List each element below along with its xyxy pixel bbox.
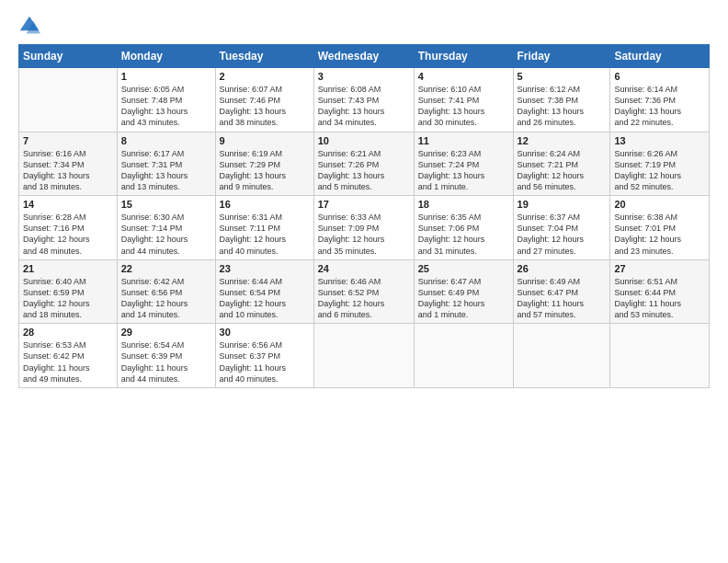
calendar-cell: 25Sunrise: 6:47 AM Sunset: 6:49 PM Dayli… xyxy=(414,259,513,324)
day-info: Sunrise: 6:08 AM Sunset: 7:43 PM Dayligh… xyxy=(318,84,410,129)
day-number: 5 xyxy=(518,71,607,82)
calendar-cell: 3Sunrise: 6:08 AM Sunset: 7:43 PM Daylig… xyxy=(313,68,414,132)
weekday-header-row: SundayMondayTuesdayWednesdayThursdayFrid… xyxy=(19,45,710,68)
calendar-cell xyxy=(414,324,513,388)
day-info: Sunrise: 6:30 AM Sunset: 7:14 PM Dayligh… xyxy=(121,212,211,257)
calendar-cell xyxy=(313,324,414,388)
day-number: 10 xyxy=(318,135,410,146)
day-info: Sunrise: 6:46 AM Sunset: 6:52 PM Dayligh… xyxy=(318,276,410,321)
day-info: Sunrise: 6:17 AM Sunset: 7:31 PM Dayligh… xyxy=(121,148,211,193)
day-number: 19 xyxy=(518,199,607,210)
calendar-cell: 11Sunrise: 6:23 AM Sunset: 7:24 PM Dayli… xyxy=(414,132,513,196)
calendar-cell: 21Sunrise: 6:40 AM Sunset: 6:59 PM Dayli… xyxy=(19,259,118,324)
calendar-week-row: 14Sunrise: 6:28 AM Sunset: 7:16 PM Dayli… xyxy=(19,196,710,260)
day-info: Sunrise: 6:07 AM Sunset: 7:46 PM Dayligh… xyxy=(220,84,310,129)
day-number: 16 xyxy=(220,199,310,210)
day-number: 15 xyxy=(121,199,211,210)
calendar-cell: 19Sunrise: 6:37 AM Sunset: 7:04 PM Dayli… xyxy=(513,196,610,260)
day-number: 14 xyxy=(23,199,113,210)
day-number: 9 xyxy=(220,135,310,146)
day-info: Sunrise: 6:51 AM Sunset: 6:44 PM Dayligh… xyxy=(614,276,705,321)
day-info: Sunrise: 6:28 AM Sunset: 7:16 PM Dayligh… xyxy=(23,212,113,257)
day-number: 22 xyxy=(121,263,211,274)
day-number: 8 xyxy=(121,135,211,146)
day-number: 7 xyxy=(23,135,113,146)
weekday-header: Sunday xyxy=(19,45,118,68)
calendar-cell: 30Sunrise: 6:56 AM Sunset: 6:37 PM Dayli… xyxy=(215,324,313,388)
calendar-cell: 20Sunrise: 6:38 AM Sunset: 7:01 PM Dayli… xyxy=(610,196,710,260)
day-number: 29 xyxy=(121,327,211,338)
day-info: Sunrise: 6:21 AM Sunset: 7:26 PM Dayligh… xyxy=(318,148,410,193)
day-number: 21 xyxy=(23,263,113,274)
day-info: Sunrise: 6:05 AM Sunset: 7:48 PM Dayligh… xyxy=(121,84,211,129)
day-number: 28 xyxy=(23,327,113,338)
day-number: 13 xyxy=(614,135,705,146)
calendar-cell: 10Sunrise: 6:21 AM Sunset: 7:26 PM Dayli… xyxy=(313,132,414,196)
calendar-cell: 16Sunrise: 6:31 AM Sunset: 7:11 PM Dayli… xyxy=(215,196,313,260)
day-info: Sunrise: 6:10 AM Sunset: 7:41 PM Dayligh… xyxy=(418,84,509,129)
weekday-header: Wednesday xyxy=(313,45,414,68)
weekday-header: Friday xyxy=(513,45,610,68)
calendar-cell: 23Sunrise: 6:44 AM Sunset: 6:54 PM Dayli… xyxy=(215,259,313,324)
day-number: 12 xyxy=(518,135,607,146)
calendar-cell xyxy=(610,324,710,388)
calendar-cell: 26Sunrise: 6:49 AM Sunset: 6:47 PM Dayli… xyxy=(513,259,610,324)
calendar-cell: 15Sunrise: 6:30 AM Sunset: 7:14 PM Dayli… xyxy=(117,196,215,260)
calendar-cell: 13Sunrise: 6:26 AM Sunset: 7:19 PM Dayli… xyxy=(610,132,710,196)
day-info: Sunrise: 6:42 AM Sunset: 6:56 PM Dayligh… xyxy=(121,276,211,321)
calendar-cell: 8Sunrise: 6:17 AM Sunset: 7:31 PM Daylig… xyxy=(117,132,215,196)
calendar-cell: 18Sunrise: 6:35 AM Sunset: 7:06 PM Dayli… xyxy=(414,196,513,260)
day-info: Sunrise: 6:37 AM Sunset: 7:04 PM Dayligh… xyxy=(518,212,607,257)
calendar-cell: 6Sunrise: 6:14 AM Sunset: 7:36 PM Daylig… xyxy=(610,68,710,132)
calendar-cell: 7Sunrise: 6:16 AM Sunset: 7:34 PM Daylig… xyxy=(19,132,118,196)
calendar-cell: 14Sunrise: 6:28 AM Sunset: 7:16 PM Dayli… xyxy=(19,196,118,260)
calendar-cell: 29Sunrise: 6:54 AM Sunset: 6:39 PM Dayli… xyxy=(117,324,215,388)
day-number: 1 xyxy=(121,71,211,82)
day-info: Sunrise: 6:16 AM Sunset: 7:34 PM Dayligh… xyxy=(23,148,113,193)
day-info: Sunrise: 6:38 AM Sunset: 7:01 PM Dayligh… xyxy=(614,212,705,257)
day-number: 6 xyxy=(614,71,705,82)
calendar-cell: 12Sunrise: 6:24 AM Sunset: 7:21 PM Dayli… xyxy=(513,132,610,196)
day-number: 30 xyxy=(220,327,310,338)
page-header xyxy=(18,15,710,37)
calendar-cell: 27Sunrise: 6:51 AM Sunset: 6:44 PM Dayli… xyxy=(610,259,710,324)
day-number: 11 xyxy=(418,135,509,146)
day-info: Sunrise: 6:14 AM Sunset: 7:36 PM Dayligh… xyxy=(614,84,705,129)
day-number: 18 xyxy=(418,199,509,210)
calendar-cell xyxy=(19,68,118,132)
weekday-header: Tuesday xyxy=(215,45,313,68)
calendar-week-row: 1Sunrise: 6:05 AM Sunset: 7:48 PM Daylig… xyxy=(19,68,710,132)
calendar-cell xyxy=(513,324,610,388)
day-number: 20 xyxy=(614,199,705,210)
logo xyxy=(18,15,44,37)
day-number: 27 xyxy=(614,263,705,274)
calendar-table: SundayMondayTuesdayWednesdayThursdayFrid… xyxy=(18,44,710,388)
day-info: Sunrise: 6:19 AM Sunset: 7:29 PM Dayligh… xyxy=(220,148,310,193)
calendar-week-row: 21Sunrise: 6:40 AM Sunset: 6:59 PM Dayli… xyxy=(19,259,710,324)
day-info: Sunrise: 6:44 AM Sunset: 6:54 PM Dayligh… xyxy=(220,276,310,321)
day-number: 17 xyxy=(318,199,410,210)
day-number: 26 xyxy=(518,263,607,274)
calendar-cell: 4Sunrise: 6:10 AM Sunset: 7:41 PM Daylig… xyxy=(414,68,513,132)
calendar-cell: 24Sunrise: 6:46 AM Sunset: 6:52 PM Dayli… xyxy=(313,259,414,324)
calendar-cell: 17Sunrise: 6:33 AM Sunset: 7:09 PM Dayli… xyxy=(313,196,414,260)
day-info: Sunrise: 6:26 AM Sunset: 7:19 PM Dayligh… xyxy=(614,148,705,193)
day-number: 23 xyxy=(220,263,310,274)
calendar-cell: 5Sunrise: 6:12 AM Sunset: 7:38 PM Daylig… xyxy=(513,68,610,132)
day-number: 3 xyxy=(318,71,410,82)
logo-icon xyxy=(18,15,40,37)
calendar-week-row: 28Sunrise: 6:53 AM Sunset: 6:42 PM Dayli… xyxy=(19,324,710,388)
weekday-header: Thursday xyxy=(414,45,513,68)
day-info: Sunrise: 6:40 AM Sunset: 6:59 PM Dayligh… xyxy=(23,276,113,321)
day-info: Sunrise: 6:23 AM Sunset: 7:24 PM Dayligh… xyxy=(418,148,509,193)
day-info: Sunrise: 6:54 AM Sunset: 6:39 PM Dayligh… xyxy=(121,339,211,385)
day-info: Sunrise: 6:31 AM Sunset: 7:11 PM Dayligh… xyxy=(220,212,310,257)
day-info: Sunrise: 6:35 AM Sunset: 7:06 PM Dayligh… xyxy=(418,212,509,257)
calendar-week-row: 7Sunrise: 6:16 AM Sunset: 7:34 PM Daylig… xyxy=(19,132,710,196)
calendar-cell: 2Sunrise: 6:07 AM Sunset: 7:46 PM Daylig… xyxy=(215,68,313,132)
calendar-cell: 9Sunrise: 6:19 AM Sunset: 7:29 PM Daylig… xyxy=(215,132,313,196)
day-info: Sunrise: 6:56 AM Sunset: 6:37 PM Dayligh… xyxy=(220,339,310,385)
weekday-header: Monday xyxy=(117,45,215,68)
day-info: Sunrise: 6:49 AM Sunset: 6:47 PM Dayligh… xyxy=(518,276,607,321)
calendar-cell: 28Sunrise: 6:53 AM Sunset: 6:42 PM Dayli… xyxy=(19,324,118,388)
